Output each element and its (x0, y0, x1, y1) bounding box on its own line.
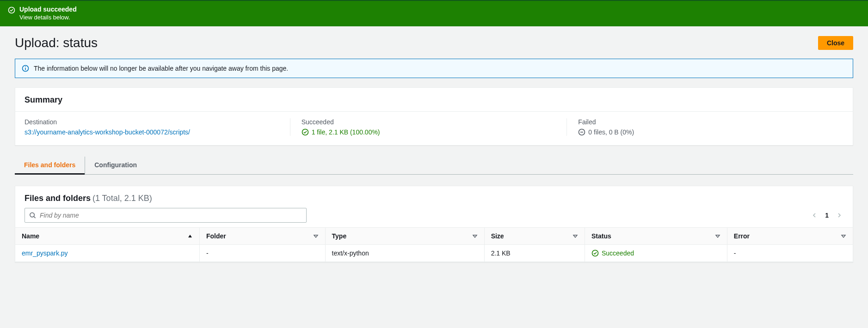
summary-heading: Summary (25, 95, 843, 105)
success-banner: Upload succeeded View details below. (0, 0, 868, 26)
col-status[interactable]: Status (585, 228, 727, 245)
page-title: Upload: status (15, 36, 98, 50)
failed-label: Failed (578, 118, 834, 126)
cell-status: Succeeded (591, 249, 720, 257)
summary-panel: Summary Destination s3://yourname-analyt… (15, 87, 853, 146)
info-icon (22, 65, 29, 72)
table-row: emr_pyspark.py - text/x-python 2.1 KB (15, 245, 853, 262)
succeeded-value: 1 file, 2.1 KB (100.00%) (302, 128, 558, 136)
sort-icon (472, 233, 478, 239)
pagination: 1 (810, 211, 843, 219)
next-page-button[interactable] (835, 211, 843, 219)
page-number: 1 (825, 212, 829, 219)
tab-configuration[interactable]: Configuration (85, 157, 146, 174)
destination-link[interactable]: s3://yourname-analytics-workshop-bucket-… (25, 128, 281, 136)
destination-label: Destination (25, 118, 281, 126)
col-size[interactable]: Size (484, 228, 585, 245)
svg-point-3 (25, 67, 26, 67)
info-alert: The information below will no longer be … (15, 59, 853, 78)
sort-icon (715, 233, 720, 239)
col-name[interactable]: Name (15, 228, 199, 245)
banner-title: Upload succeeded (19, 6, 77, 13)
sort-icon (841, 233, 846, 239)
files-panel: Files and folders (1 Total, 2.1 KB) 1 (15, 186, 853, 262)
check-circle-icon (302, 128, 309, 136)
failed-value: 0 files, 0 B (0%) (578, 128, 834, 136)
cell-size: 2.1 KB (484, 245, 585, 262)
check-circle-icon (591, 249, 599, 257)
sort-asc-icon (187, 233, 193, 239)
tabs: Files and folders Configuration (15, 157, 853, 175)
cell-type: text/x-python (325, 245, 484, 262)
cell-folder: - (199, 245, 325, 262)
files-heading: Files and folders (25, 194, 91, 203)
tab-files-and-folders[interactable]: Files and folders (15, 157, 85, 174)
sort-icon (313, 233, 319, 239)
close-button[interactable]: Close (818, 36, 853, 50)
file-name-link[interactable]: emr_pyspark.py (22, 249, 68, 257)
col-folder[interactable]: Folder (199, 228, 325, 245)
cell-error: - (727, 245, 853, 262)
files-table: Name Folder (15, 227, 853, 262)
minus-circle-icon (578, 128, 585, 136)
sort-icon (573, 233, 578, 239)
check-circle-icon (7, 6, 16, 14)
search-input[interactable] (25, 208, 307, 223)
col-error[interactable]: Error (727, 228, 853, 245)
info-text: The information below will no longer be … (34, 65, 288, 72)
files-meta: (1 Total, 2.1 KB) (92, 194, 152, 203)
banner-subtitle: View details below. (19, 14, 77, 21)
prev-page-button[interactable] (810, 211, 819, 219)
col-type[interactable]: Type (325, 228, 484, 245)
succeeded-label: Succeeded (302, 118, 558, 126)
